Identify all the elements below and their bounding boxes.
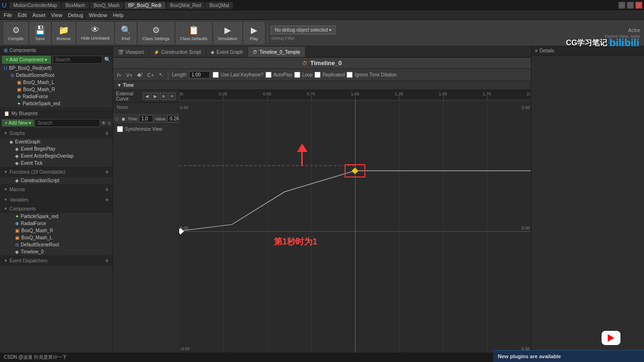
blueprint-icon: 📋 [4, 111, 9, 116]
bp-item[interactable]: ◆Timeline_0 [0, 248, 113, 255]
toolbar-btn-save[interactable]: 💾Save [30, 22, 50, 44]
toolbar-btn-find[interactable]: 🔍Find [116, 22, 136, 44]
tl-key-btn[interactable]: ◆! [136, 72, 143, 78]
toolbar-btn-class-settings[interactable]: ⚙Class Settings [138, 22, 174, 44]
editor-tab-construction-script[interactable]: ⚡Construction Script [149, 47, 206, 57]
bp-section-add[interactable]: + [105, 257, 109, 264]
component-item[interactable]: ▣BoxQ_Mash_L [0, 79, 113, 86]
timeline-content: ▼ Time External Curve ◀ ▶ ⊕ ✕ Non [113, 81, 531, 362]
toolbar-btn-browse[interactable]: 📁Browse [52, 22, 75, 44]
ext-curve-label: External Curve [116, 91, 141, 101]
use-last-keyframe-cb[interactable] [213, 72, 219, 78]
debug-filter-btn[interactable]: No debug object selected ▾ [271, 25, 336, 34]
bp-section-graphs[interactable]: ▼ Graphs + [0, 128, 113, 138]
bp-section-variables[interactable]: ▼ Variables + [0, 194, 113, 205]
menu-item-debug[interactable]: Debug [68, 12, 83, 18]
bp-item[interactable]: ⊙DefaultSceneRoot [0, 241, 113, 248]
track-del-btn[interactable]: ✕ [168, 93, 176, 100]
title-tabs: MotionControllerMapBoxMashBoxQ_MashBP_Bo… [9, 2, 233, 9]
playhead[interactable] [355, 100, 355, 362]
title-tab[interactable]: BoxMash [62, 2, 89, 9]
title-tab[interactable]: BoxQMat_Red [166, 2, 205, 9]
bp-item[interactable]: ▣BoxQ_Mash_R [0, 227, 113, 234]
menu-item-edit[interactable]: Edit [18, 12, 27, 18]
bp-section-add[interactable]: + [105, 129, 109, 137]
component-item[interactable]: ⊕RadialForce [0, 93, 113, 100]
bp-section-add[interactable]: + [105, 185, 109, 193]
bp-view-btn[interactable]: 👁 [101, 120, 107, 126]
component-item[interactable]: ▣BoxQ_Mash_R [0, 86, 113, 93]
bp-section-components[interactable]: ▼ Components [0, 205, 113, 213]
replicated-cb[interactable] [314, 72, 321, 78]
component-item[interactable]: UBP_BoxQ_Red(self) [0, 65, 113, 72]
toolbar-btn-simulation[interactable]: ▶Simulation [214, 22, 242, 44]
tl-formula-btn[interactable]: f+ [116, 72, 122, 78]
component-item[interactable]: ⊙DefaultSceneRoot [0, 72, 113, 79]
editor-tab-event-graph[interactable]: ◆Event Graph [206, 47, 248, 57]
title-tab[interactable]: BP_BoxQ_Redr [124, 2, 165, 9]
editor-tab-timeline_0_temple[interactable]: ⏱Timeline_0_Temple [248, 47, 305, 57]
component-search-input[interactable] [53, 56, 102, 64]
title-tab[interactable]: BoxQMat [206, 2, 233, 9]
ruler-tick-5 [399, 96, 399, 100]
sync-view-cb[interactable] [117, 126, 123, 132]
toolbar-btn-hide-unrelated[interactable]: 👁Hide Unrelated [77, 22, 114, 44]
details-title: Details [540, 48, 554, 53]
menu-item-file[interactable]: File [4, 12, 12, 18]
bp-item[interactable]: ▣BoxQ_Mash_L [0, 234, 113, 241]
bp-section-macros[interactable]: ▼ Macros + [0, 184, 113, 194]
timeline-title-bar: ⏱ Timeline_0 [113, 58, 531, 69]
bp-item[interactable]: ✦ParticleSpark_red [0, 213, 113, 220]
curve-graph[interactable]: 0.000.250.500.751.001.251.501.752.00 [179, 90, 531, 362]
editor-tabs: 🎬Viewport⚡Construction Script◆Event Grap… [113, 46, 531, 58]
bp-section-eventDispatchers[interactable]: ▼ Event Dispatchers + [0, 255, 113, 266]
loop-cb[interactable] [294, 72, 300, 78]
bp-filter-btn[interactable]: ≡ [107, 120, 111, 126]
track-next-btn[interactable]: ▶ [151, 93, 159, 100]
editor-tab-viewport[interactable]: 🎬Viewport [113, 47, 149, 57]
toolbar-sep-1 [267, 24, 268, 42]
ruler-label-6: 1.50 [439, 92, 447, 96]
track-prev-btn[interactable]: ◀ [143, 93, 150, 100]
add-component-btn[interactable]: + Add Component ▾ [2, 56, 51, 64]
ignore-time-dilation-cb[interactable] [347, 72, 353, 78]
bp-item[interactable]: ◆EventGraph [0, 138, 113, 145]
tl-length-input[interactable] [189, 71, 210, 78]
add-new-btn[interactable]: + Add New ▾ [2, 119, 34, 126]
track-add-btn[interactable]: ⊕ [160, 93, 167, 100]
menu-item-asset[interactable]: Asset [33, 12, 46, 18]
toolbar-btn-class-defaults[interactable]: 📋Class Defaults [176, 22, 212, 44]
blueprint-search-input[interactable] [35, 119, 100, 127]
component-item[interactable]: ✦ParticleSpark_red [0, 100, 113, 107]
close-btn[interactable]: ✕ [636, 2, 642, 8]
time-value-input[interactable] [139, 115, 153, 122]
toolbar-btn-compile[interactable]: ⚙Compile [4, 22, 28, 44]
minimize-btn[interactable]: ─ [619, 2, 625, 8]
tl-copy-btn[interactable]: C+ [146, 72, 155, 78]
bp-item[interactable]: ◆ConstructionScript [0, 177, 113, 184]
bp-item[interactable]: ⊕RadialForce [0, 220, 113, 227]
toolbar-btn-play[interactable]: ▶Play [244, 22, 264, 44]
autoplay-label: AutoPlay [273, 72, 292, 77]
autoplay-cb[interactable] [265, 72, 272, 78]
menu-item-window[interactable]: Window [89, 12, 107, 18]
title-tab[interactable]: MotionControllerMap [9, 2, 61, 9]
toolbar-buttons: ⚙Compile💾Save📁Browse👁Hide Unrelated🔍Find… [4, 22, 264, 44]
bp-item[interactable]: ◆Event Tick [0, 160, 113, 167]
yt-logo [602, 331, 620, 345]
title-tab[interactable]: BoxQ_Mash [90, 2, 124, 9]
maximize-btn[interactable]: □ [627, 2, 634, 8]
tl-cursor-btn[interactable]: ↖ [158, 72, 164, 78]
bp-section-chevron: ▼ [4, 259, 8, 263]
use-last-keyframe-label: Use Last Keyframe? [221, 72, 264, 77]
bp-section-functions[interactable]: ▼ Functions (18 Overridable) + [0, 167, 113, 177]
bp-section-add[interactable]: + [105, 168, 109, 176]
time-nav-btn[interactable]: ◼ [121, 117, 126, 121]
bp-section-add[interactable]: + [105, 196, 109, 203]
tl-val-btn[interactable]: V+ [125, 72, 133, 78]
bp-item[interactable]: ◆Event ActorBeginOverlap [0, 152, 113, 160]
menu-item-view[interactable]: View [51, 12, 62, 18]
details-header: ≡ Details [531, 46, 644, 56]
bp-item[interactable]: ◆Event BeginPlay [0, 145, 113, 152]
menu-item-help[interactable]: Help [113, 12, 124, 18]
